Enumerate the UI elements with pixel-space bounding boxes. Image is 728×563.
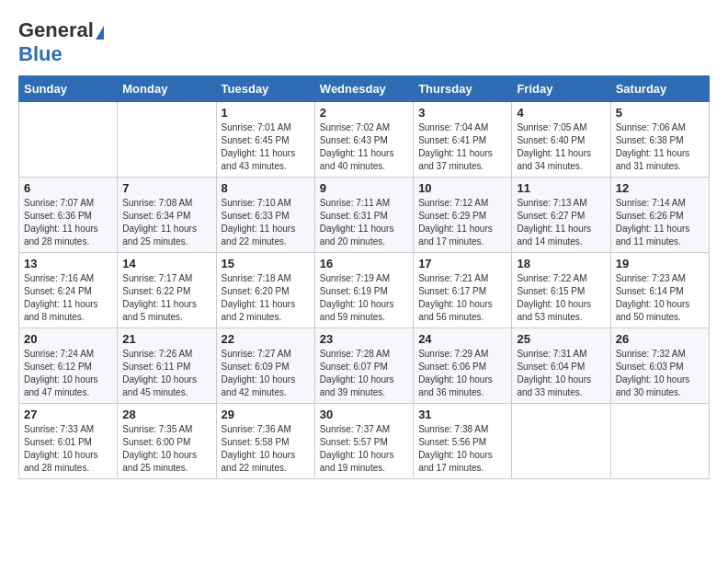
day-number: 11 xyxy=(517,181,605,195)
day-content: Sunrise: 7:33 AM Sunset: 6:01 PM Dayligh… xyxy=(24,423,112,475)
day-header-monday: Monday xyxy=(118,76,216,102)
calendar-cell: 6Sunrise: 7:07 AM Sunset: 6:36 PM Daylig… xyxy=(19,178,118,253)
day-number: 12 xyxy=(616,181,704,195)
day-number: 18 xyxy=(517,257,605,270)
calendar-cell: 25Sunrise: 7:31 AM Sunset: 6:04 PM Dayli… xyxy=(512,328,610,404)
day-content: Sunrise: 7:05 AM Sunset: 6:40 PM Dayligh… xyxy=(517,121,605,173)
day-number: 21 xyxy=(122,332,210,346)
calendar-cell: 27Sunrise: 7:33 AM Sunset: 6:01 PM Dayli… xyxy=(19,404,118,479)
day-content: Sunrise: 7:29 AM Sunset: 6:06 PM Dayligh… xyxy=(418,348,506,399)
calendar-cell: 30Sunrise: 7:37 AM Sunset: 5:57 PM Dayli… xyxy=(314,404,413,479)
calendar-cell: 2Sunrise: 7:02 AM Sunset: 6:43 PM Daylig… xyxy=(314,102,413,178)
day-content: Sunrise: 7:38 AM Sunset: 5:56 PM Dayligh… xyxy=(418,423,506,475)
day-number: 13 xyxy=(24,257,112,270)
day-number: 15 xyxy=(222,257,310,270)
calendar-cell: 9Sunrise: 7:11 AM Sunset: 6:31 PM Daylig… xyxy=(314,178,413,253)
calendar-week-row: 13Sunrise: 7:16 AM Sunset: 6:24 PM Dayli… xyxy=(19,253,710,328)
calendar-cell: 26Sunrise: 7:32 AM Sunset: 6:03 PM Dayli… xyxy=(610,328,709,404)
logo-general: General xyxy=(18,18,104,42)
day-content: Sunrise: 7:19 AM Sunset: 6:19 PM Dayligh… xyxy=(320,272,408,324)
calendar-cell: 14Sunrise: 7:17 AM Sunset: 6:22 PM Dayli… xyxy=(118,253,216,328)
day-header-wednesday: Wednesday xyxy=(314,76,413,102)
day-content: Sunrise: 7:16 AM Sunset: 6:24 PM Dayligh… xyxy=(24,272,112,324)
logo: General Blue xyxy=(18,18,104,66)
day-content: Sunrise: 7:37 AM Sunset: 5:57 PM Dayligh… xyxy=(320,423,408,475)
day-content: Sunrise: 7:07 AM Sunset: 6:36 PM Dayligh… xyxy=(24,197,112,248)
page-header: General Blue xyxy=(18,18,710,66)
calendar-body: 1Sunrise: 7:01 AM Sunset: 6:45 PM Daylig… xyxy=(19,102,710,479)
calendar-cell: 21Sunrise: 7:26 AM Sunset: 6:11 PM Dayli… xyxy=(118,328,216,404)
calendar-cell: 18Sunrise: 7:22 AM Sunset: 6:15 PM Dayli… xyxy=(512,253,610,328)
day-content: Sunrise: 7:12 AM Sunset: 6:29 PM Dayligh… xyxy=(418,197,506,248)
calendar-table: SundayMondayTuesdayWednesdayThursdayFrid… xyxy=(18,75,710,479)
day-number: 26 xyxy=(616,332,704,346)
day-content: Sunrise: 7:22 AM Sunset: 6:15 PM Dayligh… xyxy=(517,272,605,324)
calendar-cell: 5Sunrise: 7:06 AM Sunset: 6:38 PM Daylig… xyxy=(610,102,709,178)
day-number: 30 xyxy=(320,408,408,421)
calendar-cell: 1Sunrise: 7:01 AM Sunset: 6:45 PM Daylig… xyxy=(216,102,314,178)
calendar-cell xyxy=(19,102,118,178)
day-content: Sunrise: 7:10 AM Sunset: 6:33 PM Dayligh… xyxy=(222,197,310,248)
calendar-cell xyxy=(118,102,216,178)
day-content: Sunrise: 7:13 AM Sunset: 6:27 PM Dayligh… xyxy=(517,197,605,248)
calendar-cell: 20Sunrise: 7:24 AM Sunset: 6:12 PM Dayli… xyxy=(19,328,118,404)
logo-blue: Blue xyxy=(18,42,63,66)
day-number: 16 xyxy=(320,257,408,270)
day-number: 9 xyxy=(320,181,408,195)
day-number: 5 xyxy=(616,106,704,120)
calendar-cell: 15Sunrise: 7:18 AM Sunset: 6:20 PM Dayli… xyxy=(216,253,314,328)
day-content: Sunrise: 7:11 AM Sunset: 6:31 PM Dayligh… xyxy=(320,197,408,248)
calendar-cell: 24Sunrise: 7:29 AM Sunset: 6:06 PM Dayli… xyxy=(414,328,512,404)
calendar-cell: 29Sunrise: 7:36 AM Sunset: 5:58 PM Dayli… xyxy=(216,404,314,479)
day-number: 10 xyxy=(418,181,506,195)
calendar-week-row: 6Sunrise: 7:07 AM Sunset: 6:36 PM Daylig… xyxy=(19,178,710,253)
calendar-cell: 22Sunrise: 7:27 AM Sunset: 6:09 PM Dayli… xyxy=(216,328,314,404)
day-number: 3 xyxy=(418,106,506,120)
calendar-cell: 19Sunrise: 7:23 AM Sunset: 6:14 PM Dayli… xyxy=(610,253,709,328)
calendar-cell: 12Sunrise: 7:14 AM Sunset: 6:26 PM Dayli… xyxy=(610,178,709,253)
day-content: Sunrise: 7:23 AM Sunset: 6:14 PM Dayligh… xyxy=(616,272,704,324)
day-content: Sunrise: 7:18 AM Sunset: 6:20 PM Dayligh… xyxy=(222,272,310,324)
day-content: Sunrise: 7:32 AM Sunset: 6:03 PM Dayligh… xyxy=(616,348,704,399)
day-number: 4 xyxy=(517,106,605,120)
day-number: 31 xyxy=(418,408,506,421)
calendar-cell: 7Sunrise: 7:08 AM Sunset: 6:34 PM Daylig… xyxy=(118,178,216,253)
day-content: Sunrise: 7:28 AM Sunset: 6:07 PM Dayligh… xyxy=(320,348,408,399)
day-header-tuesday: Tuesday xyxy=(216,76,314,102)
day-number: 17 xyxy=(418,257,506,270)
calendar-cell: 3Sunrise: 7:04 AM Sunset: 6:41 PM Daylig… xyxy=(414,102,512,178)
day-content: Sunrise: 7:06 AM Sunset: 6:38 PM Dayligh… xyxy=(616,121,704,173)
day-number: 24 xyxy=(418,332,506,346)
day-number: 2 xyxy=(320,106,408,120)
day-content: Sunrise: 7:36 AM Sunset: 5:58 PM Dayligh… xyxy=(222,423,310,475)
day-number: 1 xyxy=(222,106,310,120)
day-content: Sunrise: 7:24 AM Sunset: 6:12 PM Dayligh… xyxy=(24,348,112,399)
day-number: 7 xyxy=(122,181,210,195)
day-header-saturday: Saturday xyxy=(610,76,709,102)
day-content: Sunrise: 7:14 AM Sunset: 6:26 PM Dayligh… xyxy=(616,197,704,248)
calendar-cell: 10Sunrise: 7:12 AM Sunset: 6:29 PM Dayli… xyxy=(414,178,512,253)
day-header-sunday: Sunday xyxy=(19,76,118,102)
day-content: Sunrise: 7:35 AM Sunset: 6:00 PM Dayligh… xyxy=(122,423,210,475)
calendar-cell: 16Sunrise: 7:19 AM Sunset: 6:19 PM Dayli… xyxy=(314,253,413,328)
calendar-week-row: 27Sunrise: 7:33 AM Sunset: 6:01 PM Dayli… xyxy=(19,404,710,479)
calendar-cell: 31Sunrise: 7:38 AM Sunset: 5:56 PM Dayli… xyxy=(414,404,512,479)
calendar-cell xyxy=(610,404,709,479)
calendar-week-row: 20Sunrise: 7:24 AM Sunset: 6:12 PM Dayli… xyxy=(19,328,710,404)
day-header-thursday: Thursday xyxy=(414,76,512,102)
calendar-cell: 4Sunrise: 7:05 AM Sunset: 6:40 PM Daylig… xyxy=(512,102,610,178)
day-content: Sunrise: 7:26 AM Sunset: 6:11 PM Dayligh… xyxy=(122,348,210,399)
calendar-header-row: SundayMondayTuesdayWednesdayThursdayFrid… xyxy=(19,76,710,102)
day-number: 28 xyxy=(122,408,210,421)
day-content: Sunrise: 7:01 AM Sunset: 6:45 PM Dayligh… xyxy=(222,121,310,173)
calendar-cell: 28Sunrise: 7:35 AM Sunset: 6:00 PM Dayli… xyxy=(118,404,216,479)
day-content: Sunrise: 7:27 AM Sunset: 6:09 PM Dayligh… xyxy=(222,348,310,399)
calendar-week-row: 1Sunrise: 7:01 AM Sunset: 6:45 PM Daylig… xyxy=(19,102,710,178)
day-number: 22 xyxy=(222,332,310,346)
day-content: Sunrise: 7:08 AM Sunset: 6:34 PM Dayligh… xyxy=(122,197,210,248)
day-number: 20 xyxy=(24,332,112,346)
day-content: Sunrise: 7:04 AM Sunset: 6:41 PM Dayligh… xyxy=(418,121,506,173)
day-number: 27 xyxy=(24,408,112,421)
day-content: Sunrise: 7:02 AM Sunset: 6:43 PM Dayligh… xyxy=(320,121,408,173)
day-number: 6 xyxy=(24,181,112,195)
